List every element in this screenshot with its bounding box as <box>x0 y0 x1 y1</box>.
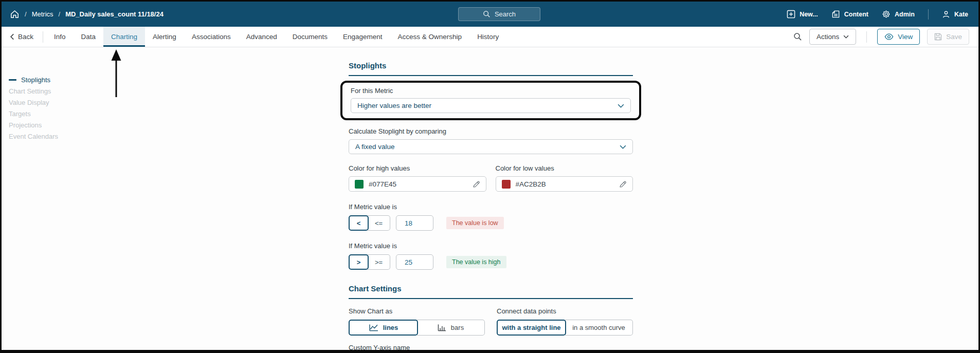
high-color-group: Color for high values #077E45 <box>349 164 486 192</box>
line-chart-icon <box>369 324 378 331</box>
sidebar-item-targets[interactable]: Targets <box>9 108 58 119</box>
home-icon[interactable] <box>10 9 20 19</box>
save-button[interactable]: Save <box>927 29 969 45</box>
high-color-hex: #077E45 <box>369 180 396 188</box>
calculate-stoplight-group: Calculate Stoplight by comparing A fixed… <box>349 127 633 154</box>
for-this-metric-label: For this Metric <box>351 87 631 95</box>
view-button[interactable]: View <box>877 29 920 45</box>
bar-chart-icon <box>438 324 446 331</box>
global-search-box[interactable]: Search <box>458 7 540 21</box>
breadcrumb-metrics-link[interactable]: Metrics <box>32 10 53 18</box>
smooth-curve-button[interactable]: in a smooth curve <box>565 320 633 336</box>
for-this-metric-select[interactable]: Higher values are better <box>351 98 631 113</box>
low-color-group: Color for low values #AC2B2B <box>496 164 633 192</box>
back-button[interactable]: Back <box>9 27 40 47</box>
tab-documents[interactable]: Documents <box>285 27 335 47</box>
actions-button[interactable]: Actions <box>809 29 856 45</box>
low-value-badge: The value is low <box>446 217 504 229</box>
user-icon <box>942 10 950 18</box>
chevron-down-icon <box>618 104 624 108</box>
tab-history[interactable]: History <box>469 27 506 47</box>
chart-settings-row: Show Chart as lines ba <box>349 307 633 336</box>
sidebar-item-value-display[interactable]: Value Display <box>9 97 58 108</box>
sidebar-item-event-calendars[interactable]: Event Calendars <box>9 131 58 142</box>
tab-advanced[interactable]: Advanced <box>239 27 285 47</box>
sidebar-item-stoplights[interactable]: Stoplights <box>9 74 58 85</box>
connect-data-points-label: Connect data points <box>497 307 633 315</box>
chart-type-lines-button[interactable]: lines <box>349 320 418 336</box>
sidebar-item-chart-settings[interactable]: Chart Settings <box>9 85 58 97</box>
chevron-left-icon <box>10 33 14 40</box>
sidebar-item-label: Targets <box>9 110 31 118</box>
low-color-field[interactable]: #AC2B2B <box>496 176 633 192</box>
show-chart-as-group: Show Chart as lines ba <box>349 307 485 336</box>
search-icon <box>483 10 491 18</box>
sidebar-item-label: Projections <box>9 121 42 129</box>
chevron-down-icon <box>843 35 849 39</box>
sidebar-item-label: Event Calendars <box>9 133 58 140</box>
low-value-rule-group: If Metric value is < <= The value is low <box>349 203 633 231</box>
tab-info[interactable]: Info <box>46 27 74 47</box>
tab-data[interactable]: Data <box>74 27 104 47</box>
tab-alerting[interactable]: Alerting <box>145 27 184 47</box>
sidebar-item-label: Value Display <box>9 99 49 106</box>
content-button-label: Content <box>844 11 868 18</box>
calculate-stoplight-value: A fixed value <box>355 143 395 151</box>
less-than-button[interactable]: < <box>349 215 369 231</box>
eye-icon <box>884 33 894 40</box>
for-this-metric-value: Higher values are better <box>357 102 431 109</box>
tab-charting[interactable]: Charting <box>103 27 145 47</box>
view-button-label: View <box>898 33 913 41</box>
high-rule-label: If Metric value is <box>349 242 633 250</box>
tab-associations[interactable]: Associations <box>184 27 239 47</box>
chevron-down-icon <box>620 145 626 149</box>
user-menu[interactable]: Kate <box>942 10 968 18</box>
navbar-divider <box>928 9 929 20</box>
annotation-arrow-up <box>106 49 126 98</box>
save-button-label: Save <box>946 33 962 41</box>
low-rule-label: If Metric value is <box>349 203 633 211</box>
active-item-dash <box>9 79 16 81</box>
stoplight-colors-row: Color for high values #077E45 Color for … <box>349 164 633 192</box>
annotation-highlight-box: For this Metric Higher values are better <box>340 81 641 120</box>
connect-data-points-group: Connect data points with a straight line… <box>497 307 633 336</box>
high-color-field[interactable]: #077E45 <box>349 176 486 192</box>
tabbar-divider <box>866 31 867 43</box>
high-value-rule-group: If Metric value is > >= The value is hig… <box>349 242 633 270</box>
low-color-hex: #AC2B2B <box>516 180 546 188</box>
high-color-label: Color for high values <box>349 164 486 172</box>
admin-button[interactable]: Admin <box>882 10 915 18</box>
metric-title: MD_Daily sales_count 11/18/24 <box>65 10 164 18</box>
chart-settings-heading: Chart Settings <box>349 284 633 299</box>
greater-than-button[interactable]: > <box>349 254 369 270</box>
navbar-actions: New... Content <box>787 9 968 20</box>
save-icon <box>934 33 942 41</box>
less-equal-button[interactable]: <= <box>368 215 390 231</box>
calculate-stoplight-label: Calculate Stoplight by comparing <box>349 127 633 135</box>
calculate-stoplight-select[interactable]: A fixed value <box>349 139 633 154</box>
charting-sidebar: Stoplights Chart Settings Value Display … <box>9 74 58 142</box>
straight-line-button[interactable]: with a straight line <box>497 320 566 336</box>
high-color-swatch <box>355 180 364 189</box>
plus-square-icon <box>787 10 795 18</box>
admin-button-label: Admin <box>895 11 915 18</box>
content-button[interactable]: Content <box>831 10 868 18</box>
tab-access-ownership[interactable]: Access & Ownership <box>390 27 470 47</box>
low-threshold-input[interactable] <box>396 215 433 231</box>
edit-pencil-icon[interactable] <box>619 180 627 188</box>
edit-pencil-icon[interactable] <box>473 180 480 188</box>
stoplights-heading: Stoplights <box>349 61 633 76</box>
breadcrumb: / Metrics / MD_Daily sales_count 11/18/2… <box>10 9 164 19</box>
search-icon[interactable] <box>793 32 802 41</box>
new-button[interactable]: New... <box>787 10 818 18</box>
low-color-label: Color for low values <box>496 164 633 172</box>
actions-button-label: Actions <box>816 33 839 41</box>
user-name-label: Kate <box>954 11 968 18</box>
tab-bar: Back Info Data Charting Alerting Associa… <box>2 27 978 47</box>
back-button-label: Back <box>18 33 33 41</box>
sidebar-item-projections[interactable]: Projections <box>9 119 58 131</box>
high-threshold-input[interactable] <box>396 254 433 270</box>
chart-type-bars-button[interactable]: bars <box>417 320 485 336</box>
greater-equal-button[interactable]: >= <box>368 254 390 270</box>
tab-engagement[interactable]: Engagement <box>335 27 390 47</box>
